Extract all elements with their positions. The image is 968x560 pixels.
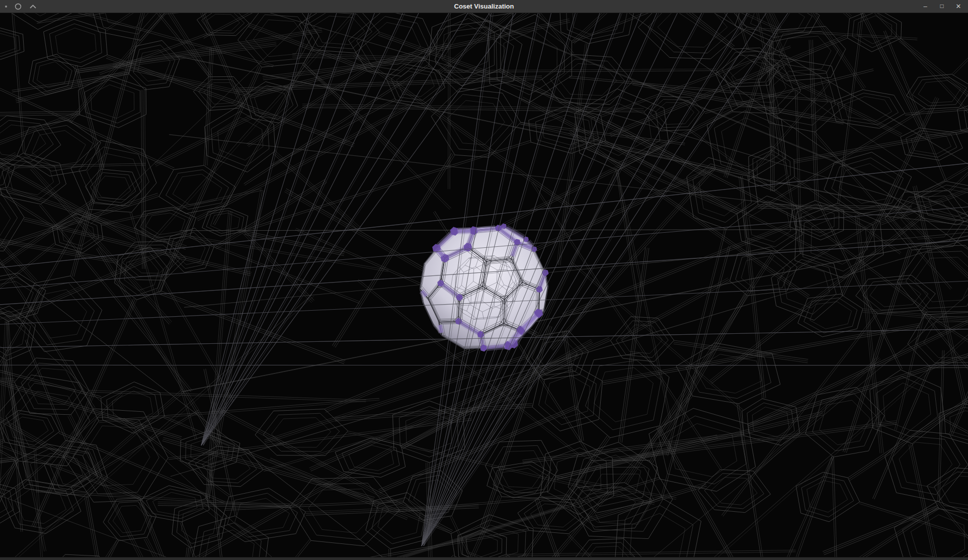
viewport-container <box>0 13 968 557</box>
titlebar: Coset Visualization – □ ✕ <box>0 0 968 13</box>
app-window: { "window": { "title": "Coset Visualizat… <box>0 0 968 560</box>
window-title: Coset Visualization <box>0 0 968 13</box>
close-button[interactable]: ✕ <box>955 0 962 13</box>
window-bottom-frame <box>0 557 968 560</box>
record-circle-icon[interactable] <box>15 3 22 10</box>
indicator-dot-icon <box>5 6 7 8</box>
minimize-button[interactable]: – <box>922 0 929 13</box>
maximize-button[interactable]: □ <box>938 0 945 13</box>
chevron-up-icon[interactable] <box>29 4 37 9</box>
window-controls: – □ ✕ <box>922 0 962 13</box>
titlebar-left-icons <box>5 0 37 13</box>
viz-canvas[interactable] <box>0 13 968 557</box>
